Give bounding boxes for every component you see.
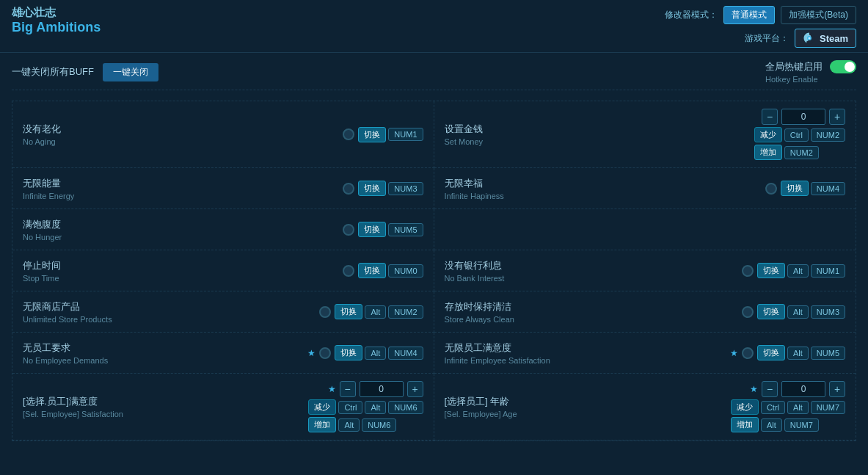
infinite-energy-toggle[interactable] (343, 183, 354, 195)
inf-emp-sat-alt-key[interactable]: Alt (787, 347, 809, 360)
set-money-input[interactable] (781, 109, 825, 125)
hotkey-label-en: Hotkey Enable (765, 75, 818, 84)
close-all-button[interactable]: 一键关闭 (103, 63, 158, 81)
set-money-name-en: Set Money (445, 137, 754, 146)
store-clean-toggle[interactable] (742, 306, 754, 318)
stop-time-switch-btn[interactable]: 切换 (358, 263, 386, 278)
sel-emp-sat-ctrl-key[interactable]: Ctrl (338, 401, 362, 414)
set-money-minus[interactable]: − (762, 109, 778, 125)
set-money-increase-btn[interactable]: 增加 (754, 145, 782, 160)
cheat-info-set-money: 设置金钱 Set Money (445, 123, 754, 146)
sel-emp-age-decrease-btn[interactable]: 减少 (731, 399, 759, 415)
no-bank-interest-toggle[interactable] (742, 265, 754, 277)
sel-emp-age-minus[interactable]: − (762, 381, 778, 397)
app-title-en: Big Ambitions (12, 20, 101, 35)
mode-normal-button[interactable]: 普通模式 (723, 6, 775, 24)
inf-emp-sat-star[interactable]: ★ (730, 348, 738, 358)
set-money-num2-inc-key[interactable]: NUM2 (784, 146, 819, 159)
infinite-energy-switch-btn[interactable]: 切换 (358, 181, 386, 196)
no-emp-demands-star[interactable]: ★ (307, 348, 316, 358)
unlimited-store-num2-key[interactable]: NUM2 (388, 305, 423, 319)
stop-time-hotkey: 切换 NUM0 (358, 263, 423, 278)
top-bar-left: 一键关闭所有BUFF 一键关闭 (12, 63, 158, 81)
inf-emp-sat-toggle[interactable] (742, 347, 754, 359)
sel-emp-sat-star[interactable]: ★ (328, 384, 336, 394)
inf-emp-sat-hotkey: 切换 Alt NUM5 (757, 345, 845, 360)
no-aging-key-num1[interactable]: NUM1 (388, 128, 423, 141)
sel-emp-sat-plus[interactable]: + (407, 381, 423, 397)
sel-emp-sat-decrease-hotkey: 减少 Ctrl Alt NUM6 (308, 399, 423, 415)
no-emp-demands-num4-key[interactable]: NUM4 (388, 347, 423, 360)
cheat-item-sel-emp-age: [选择员工] 年龄 [Sel. Employee] Age ★ − + 减少 C… (434, 374, 856, 440)
sel-emp-sat-increase-btn[interactable]: 增加 (308, 417, 336, 432)
sel-emp-sat-num6-dec-key[interactable]: NUM6 (388, 401, 423, 414)
infinite-happiness-key-num4[interactable]: NUM4 (811, 182, 845, 195)
no-aging-toggle[interactable] (343, 128, 354, 140)
sel-emp-age-plus[interactable]: + (829, 381, 845, 397)
no-bank-interest-switch-btn[interactable]: 切换 (757, 263, 785, 278)
no-hunger-key-num5[interactable]: NUM5 (388, 223, 423, 236)
set-money-name-cn: 设置金钱 (445, 123, 754, 136)
infinite-happiness-switch-btn[interactable]: 切换 (781, 181, 809, 196)
sel-emp-sat-input[interactable] (360, 381, 404, 397)
sel-emp-sat-name-cn: [选择.员工]满意度 (23, 395, 308, 408)
no-bank-interest-name-cn: 没有银行利息 (445, 259, 742, 272)
set-money-ctrl-key[interactable]: Ctrl (784, 128, 809, 142)
cheat-item-empty-1 (434, 209, 856, 250)
stop-time-toggle[interactable] (343, 265, 354, 277)
sel-emp-sat-num6-inc-key[interactable]: NUM6 (362, 418, 396, 432)
cheat-info-infinite-energy: 无限能量 Infinite Energy (23, 177, 343, 200)
no-aging-switch-btn[interactable]: 切换 (358, 127, 386, 142)
store-clean-alt-key[interactable]: Alt (787, 305, 809, 319)
sel-emp-sat-alt-key[interactable]: Alt (365, 401, 386, 414)
no-emp-demands-alt-key[interactable]: Alt (365, 347, 386, 360)
cheat-info-no-employee-demands: 无员工要求 No Employee Demands (23, 341, 307, 365)
cheat-item-infinite-energy: 无限能量 Infinite Energy 切换 NUM3 (12, 168, 434, 209)
cheat-item-store-always-clean: 存放时保持清洁 Store Always Clean 切换 Alt NUM3 (434, 291, 856, 333)
set-money-num2-dec-key[interactable]: NUM2 (811, 128, 845, 142)
unlimited-store-switch-btn[interactable]: 切换 (335, 304, 362, 319)
sel-emp-age-num7-inc-key[interactable]: NUM7 (784, 418, 819, 432)
cheat-info-no-bank-interest: 没有银行利息 No Bank Interest (445, 259, 742, 283)
no-bank-interest-num1-key[interactable]: NUM1 (811, 264, 845, 278)
hotkey-label-cn: 全局热键启用 (765, 60, 823, 73)
no-bank-interest-hotkey: 切换 Alt NUM1 (757, 263, 845, 278)
cheat-item-unlimited-store: 无限商店产品 Unlimited Store Products 切换 Alt N… (12, 291, 434, 333)
sel-emp-age-name-en: [Sel. Employee] Age (445, 410, 731, 418)
mode-beta-button[interactable]: 加强模式(Beta) (781, 6, 856, 24)
no-emp-demands-toggle[interactable] (319, 347, 331, 359)
cheat-item-set-money: 设置金钱 Set Money − + 减少 Ctrl NUM2 (434, 101, 856, 168)
sel-emp-age-increase-btn[interactable]: 增加 (731, 417, 759, 432)
no-emp-demands-switch-btn[interactable]: 切换 (335, 345, 362, 360)
set-money-plus[interactable]: + (829, 109, 845, 125)
set-money-decrease-btn[interactable]: 减少 (754, 127, 782, 142)
store-clean-switch-btn[interactable]: 切换 (757, 304, 785, 319)
infinite-happiness-toggle[interactable] (765, 183, 777, 195)
sel-emp-age-alt2-key[interactable]: Alt (761, 418, 782, 432)
stop-time-key-num0[interactable]: NUM0 (388, 264, 423, 278)
unlimited-store-toggle[interactable] (319, 306, 331, 318)
sel-emp-sat-minus[interactable]: − (340, 381, 356, 397)
no-bank-interest-alt-key[interactable]: Alt (787, 264, 809, 278)
no-hunger-toggle[interactable] (343, 224, 354, 236)
inf-emp-sat-num5-key[interactable]: NUM5 (811, 347, 845, 360)
sel-emp-age-hotkeys: 减少 Ctrl Alt NUM7 增加 Alt NUM7 (731, 399, 845, 432)
sel-emp-satisfaction-controls: ★ − + 减少 Ctrl Alt NUM6 增加 (308, 381, 423, 432)
unlimited-store-alt-key[interactable]: Alt (365, 305, 386, 319)
sel-emp-age-alt-key[interactable]: Alt (787, 401, 809, 414)
sel-emp-sat-alt2-key[interactable]: Alt (338, 418, 360, 432)
sel-emp-age-star[interactable]: ★ (750, 384, 758, 394)
cheat-info-sel-emp-age: [选择员工] 年龄 [Sel. Employee] Age (445, 395, 731, 418)
hotkey-toggle[interactable] (830, 60, 856, 73)
sel-emp-age-input[interactable] (781, 381, 825, 397)
no-hunger-switch-btn[interactable]: 切换 (358, 222, 386, 237)
steam-platform-button[interactable]: Steam (795, 29, 856, 48)
inf-emp-sat-switch-btn[interactable]: 切换 (757, 345, 785, 360)
sel-emp-age-num7-dec-key[interactable]: NUM7 (811, 401, 845, 414)
store-clean-num3-key[interactable]: NUM3 (811, 305, 845, 319)
store-clean-name-cn: 存放时保持清洁 (445, 300, 742, 313)
sel-emp-age-ctrl-key[interactable]: Ctrl (761, 401, 785, 414)
infinite-energy-key-num3[interactable]: NUM3 (388, 182, 423, 195)
sel-emp-sat-decrease-btn[interactable]: 减少 (308, 399, 336, 415)
unlimited-store-hotkey: 切换 Alt NUM2 (335, 304, 423, 319)
